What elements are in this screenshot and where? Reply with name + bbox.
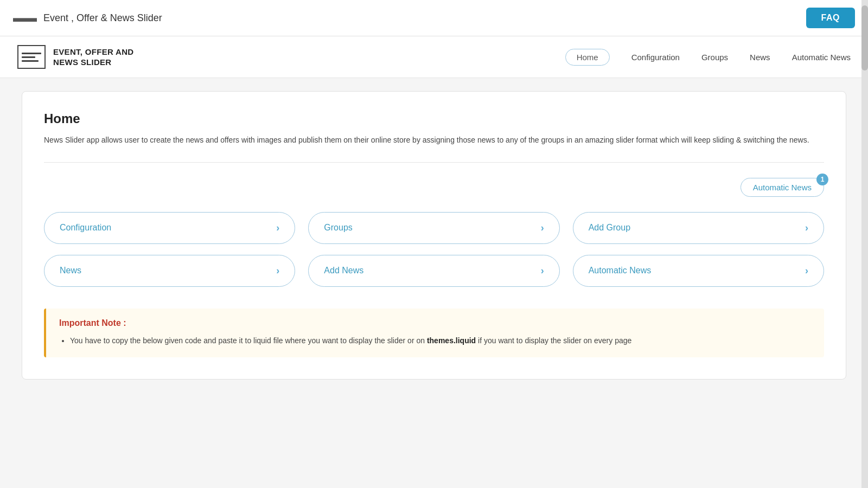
divider <box>44 162 824 163</box>
auto-news-badge-button[interactable]: Automatic News <box>741 178 824 197</box>
configuration-label: Configuration <box>60 223 111 233</box>
important-note-title: Important Note : <box>59 318 811 328</box>
top-bar: ▬▬ Event , Offer & News Slider FAQ <box>0 0 868 36</box>
brand-icon-line <box>22 56 35 58</box>
nav-automatic-news[interactable]: Automatic News <box>792 53 851 62</box>
brand: EVENT, OFFER ANDNEWS SLIDER <box>17 45 133 69</box>
home-description: News Slider app allows user to create th… <box>44 134 824 147</box>
faq-button[interactable]: FAQ <box>806 8 855 28</box>
auto-news-badge: Automatic News 1 <box>741 178 824 197</box>
chevron-right-icon: › <box>276 265 279 277</box>
top-bar-left: ▬▬ Event , Offer & News Slider <box>13 11 162 25</box>
news-button[interactable]: News › <box>44 255 295 287</box>
nav-configuration[interactable]: Configuration <box>631 53 680 62</box>
nav-button-grid: Configuration › Groups › Add Group › New… <box>44 212 824 287</box>
chevron-right-icon: › <box>276 222 279 234</box>
news-label: News <box>60 266 81 275</box>
app-title: Event , Offer & News Slider <box>43 12 162 24</box>
nav-links: Home Configuration Groups News Automatic… <box>181 49 851 66</box>
add-group-label: Add Group <box>589 223 630 233</box>
home-card: Home News Slider app allows user to crea… <box>22 91 846 380</box>
automatic-news-button[interactable]: Automatic News › <box>573 255 824 287</box>
brand-icon-line <box>22 60 39 62</box>
scrollbar[interactable] <box>861 0 868 393</box>
important-note: Important Note : You have to copy the be… <box>44 309 824 357</box>
brand-text: EVENT, OFFER ANDNEWS SLIDER <box>53 47 133 68</box>
automatic-news-label: Automatic News <box>589 266 652 275</box>
scrollbar-thumb[interactable] <box>861 5 868 70</box>
menu-icon: ▬▬ <box>13 11 37 25</box>
home-title: Home <box>44 111 824 126</box>
nav-groups[interactable]: Groups <box>701 53 728 62</box>
groups-button[interactable]: Groups › <box>308 212 559 244</box>
themes-liquid-text: themes.liquid <box>427 336 476 345</box>
groups-label: Groups <box>324 223 352 233</box>
nav-home[interactable]: Home <box>565 49 610 66</box>
important-note-item: You have to copy the below given code an… <box>70 335 811 348</box>
add-group-button[interactable]: Add Group › <box>573 212 824 244</box>
important-note-list: You have to copy the below given code an… <box>59 335 811 348</box>
brand-icon <box>17 45 46 69</box>
nav-bar: EVENT, OFFER ANDNEWS SLIDER Home Configu… <box>0 36 868 78</box>
badge-row: Automatic News 1 <box>44 178 824 197</box>
configuration-button[interactable]: Configuration › <box>44 212 295 244</box>
add-news-button[interactable]: Add News › <box>308 255 559 287</box>
chevron-right-icon: › <box>541 222 544 234</box>
add-news-label: Add News <box>324 266 363 275</box>
badge-count: 1 <box>816 174 828 185</box>
chevron-right-icon: › <box>541 265 544 277</box>
main-content: Home News Slider app allows user to crea… <box>0 78 868 393</box>
chevron-right-icon: › <box>805 265 808 277</box>
chevron-right-icon: › <box>805 222 808 234</box>
nav-news[interactable]: News <box>750 53 770 62</box>
brand-icon-line <box>22 53 41 54</box>
